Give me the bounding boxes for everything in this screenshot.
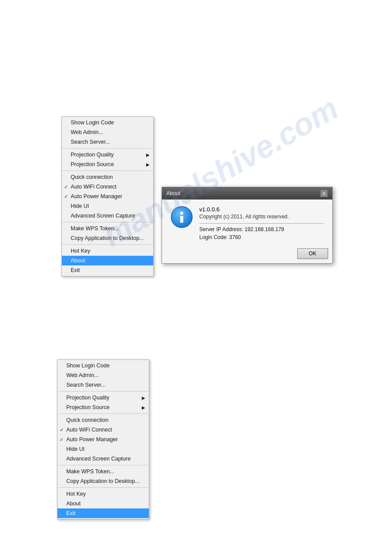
menu-item-label: Hot Key <box>66 491 86 497</box>
menu-item-label: Projection Quality <box>66 395 109 401</box>
menu-item-hide-ui[interactable]: Hide UI <box>62 201 153 211</box>
menu-item-quick-connection[interactable]: Quick connection <box>58 415 149 425</box>
menu-item-label: Make WPS Token... <box>66 468 115 475</box>
menu-separator <box>58 414 149 414</box>
dialog-title: About <box>166 190 180 196</box>
menu-item-exit[interactable]: Exit <box>58 508 149 518</box>
submenu-arrow-icon: ▶ <box>142 405 145 410</box>
menu-item-hot-key[interactable]: Hot Key <box>58 489 149 499</box>
dialog-copyright: Copyright (c) 2011. All rights reserved. <box>199 214 324 220</box>
menu-item-show-login-code[interactable]: Show Login Code <box>58 361 149 370</box>
menu-separator <box>62 148 153 149</box>
submenu-arrow-icon: ▶ <box>146 162 150 167</box>
menu-item-search-server[interactable]: Search Server... <box>62 137 153 147</box>
menu-item-label: Auto WiFi Connect <box>66 427 112 433</box>
menu-item-exit[interactable]: Exit <box>62 265 153 275</box>
menu-item-show-login-code[interactable]: Show Login Code <box>62 118 153 127</box>
menu-item-label: Web Admin... <box>71 129 103 135</box>
menu-item-label: Auto WiFi Connect <box>71 184 116 190</box>
dialog-text-block: v1.0.0.6 Copyright (c) 2011. All rights … <box>199 206 324 240</box>
menu-item-label: Projection Quality <box>71 152 114 158</box>
menu-item-label: Copy Application to Desktop... <box>66 478 140 484</box>
menu-item-label: Web Admin... <box>66 372 99 378</box>
menu-separator <box>62 222 153 222</box>
menu-item-projection-quality[interactable]: Projection Quality▶ <box>58 393 149 403</box>
check-mark-icon: ✓ <box>64 184 68 190</box>
menu-item-label: About <box>66 501 81 507</box>
menu-separator <box>58 391 149 392</box>
context-menu-top: Show Login CodeWeb Admin...Search Server… <box>61 116 154 276</box>
dialog-top-row: v1.0.0.6 Copyright (c) 2011. All rights … <box>171 206 324 240</box>
menu-item-quick-connection[interactable]: Quick connection <box>62 172 153 182</box>
menu-item-label: Show Login Code <box>71 120 114 126</box>
menu-item-label: Show Login Code <box>66 363 110 369</box>
menu-item-label: Search Server... <box>71 139 110 145</box>
dialog-server-ip: Server IP Address: 192.168.168.179 <box>199 226 324 232</box>
svg-rect-2 <box>180 216 183 223</box>
menu-item-label: Auto Power Manager <box>71 193 122 200</box>
menu-item-label: Make WPS Token... <box>71 225 119 232</box>
menu-item-projection-quality[interactable]: Projection Quality▶ <box>62 150 153 160</box>
dialog-version: v1.0.0.6 <box>199 206 324 213</box>
menu-separator <box>58 487 149 488</box>
menu-item-label: Search Server... <box>66 382 106 388</box>
menu-item-label: Exit <box>66 510 76 516</box>
menu-item-label: Projection Source <box>66 404 110 410</box>
menu-item-label: Hot Key <box>71 248 90 254</box>
check-mark-icon: ✓ <box>64 194 68 200</box>
ok-button[interactable]: OK <box>297 248 328 259</box>
menu-item-auto-power-manager[interactable]: ✓Auto Power Manager <box>58 435 149 444</box>
menu-item-label: Projection Source <box>71 161 114 167</box>
dialog-login-code: Login Code: 3760 <box>199 234 324 240</box>
menu-item-hide-ui[interactable]: Hide UI <box>58 444 149 454</box>
menu-item-search-server[interactable]: Search Server... <box>58 380 149 390</box>
menu-separator <box>62 244 153 245</box>
menu-item-copy-app-to-desktop[interactable]: Copy Application to Desktop... <box>62 233 153 243</box>
menu-item-make-wps-token[interactable]: Make WPS Token... <box>62 224 153 233</box>
submenu-arrow-icon: ▶ <box>142 395 145 400</box>
check-mark-icon: ✓ <box>60 437 64 443</box>
menu-item-label: Advanced Screen Capture <box>66 456 131 462</box>
menu-item-label: Hide UI <box>66 446 85 452</box>
menu-item-label: Quick connection <box>71 174 113 180</box>
menu-item-hot-key[interactable]: Hot Key <box>62 246 153 256</box>
submenu-arrow-icon: ▶ <box>146 152 150 157</box>
menu-item-auto-wifi-connect[interactable]: ✓Auto WiFi Connect <box>58 425 149 435</box>
menu-item-label: Auto Power Manager <box>66 436 118 443</box>
menu-item-make-wps-token[interactable]: Make WPS Token... <box>58 467 149 476</box>
menu-item-label: Exit <box>71 267 80 273</box>
context-menu-bottom: Show Login CodeWeb Admin...Search Server… <box>57 359 149 519</box>
dialog-body: v1.0.0.6 Copyright (c) 2011. All rights … <box>162 200 332 245</box>
menu-item-advanced-screen-capture[interactable]: Advanced Screen Capture <box>58 454 149 464</box>
dialog-footer: OK <box>162 245 332 263</box>
menu-item-label: Quick connection <box>66 417 108 423</box>
menu-item-advanced-screen-capture[interactable]: Advanced Screen Capture <box>62 211 153 221</box>
menu-item-auto-wifi-connect[interactable]: ✓Auto WiFi Connect <box>62 182 153 192</box>
menu-item-about[interactable]: About <box>58 499 149 508</box>
check-mark-icon: ✓ <box>60 427 64 433</box>
menu-item-projection-source[interactable]: Projection Source▶ <box>58 403 149 412</box>
dialog-divider <box>199 223 324 224</box>
svg-point-1 <box>180 212 183 215</box>
menu-item-label: About <box>71 258 85 264</box>
menu-item-about[interactable]: About <box>62 256 153 265</box>
about-dialog: About ✕ v1.0.0. <box>162 187 333 264</box>
menu-item-web-admin[interactable]: Web Admin... <box>58 370 149 380</box>
menu-separator <box>62 170 153 171</box>
dialog-close-button[interactable]: ✕ <box>320 189 328 197</box>
menu-separator <box>58 465 149 465</box>
menu-item-copy-app-to-desktop[interactable]: Copy Application to Desktop... <box>58 476 149 486</box>
menu-item-label: Hide UI <box>71 203 89 209</box>
menu-item-projection-source[interactable]: Projection Source▶ <box>62 160 153 169</box>
menu-item-label: Advanced Screen Capture <box>71 213 135 219</box>
menu-item-web-admin[interactable]: Web Admin... <box>62 127 153 137</box>
dialog-titlebar: About ✕ <box>162 187 332 200</box>
menu-item-label: Copy Application to Desktop... <box>71 235 144 241</box>
info-icon <box>171 206 193 228</box>
menu-item-auto-power-manager[interactable]: ✓Auto Power Manager <box>62 192 153 201</box>
